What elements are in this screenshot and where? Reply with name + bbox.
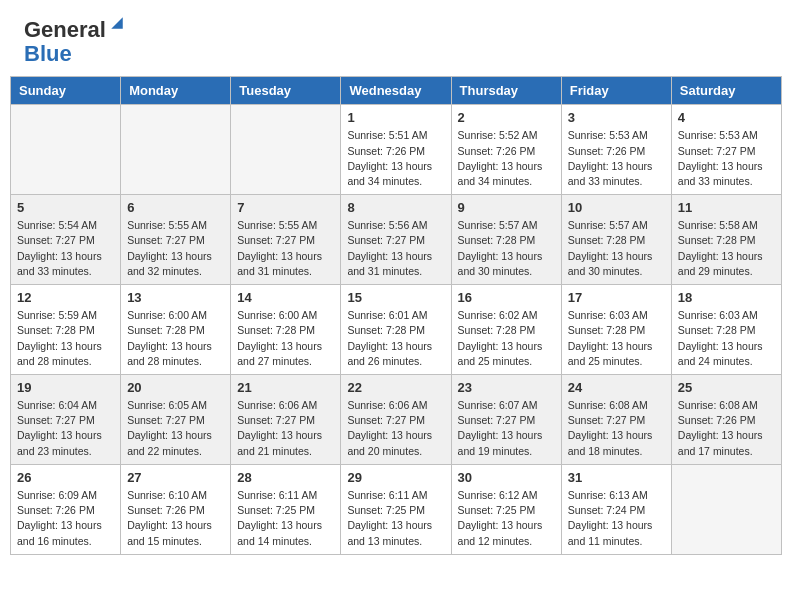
logo-general-text: General: [24, 17, 106, 42]
day-info: Sunrise: 6:03 AM Sunset: 7:28 PM Dayligh…: [678, 308, 775, 369]
calendar-cell: 6Sunrise: 5:55 AM Sunset: 7:27 PM Daylig…: [121, 195, 231, 285]
day-info: Sunrise: 6:13 AM Sunset: 7:24 PM Dayligh…: [568, 488, 665, 549]
day-header-wednesday: Wednesday: [341, 77, 451, 105]
calendar-cell: 31Sunrise: 6:13 AM Sunset: 7:24 PM Dayli…: [561, 464, 671, 554]
day-info: Sunrise: 6:00 AM Sunset: 7:28 PM Dayligh…: [237, 308, 334, 369]
calendar-cell: 30Sunrise: 6:12 AM Sunset: 7:25 PM Dayli…: [451, 464, 561, 554]
day-number: 12: [17, 290, 114, 305]
calendar-cell: 9Sunrise: 5:57 AM Sunset: 7:28 PM Daylig…: [451, 195, 561, 285]
day-info: Sunrise: 6:11 AM Sunset: 7:25 PM Dayligh…: [347, 488, 444, 549]
day-info: Sunrise: 6:00 AM Sunset: 7:28 PM Dayligh…: [127, 308, 224, 369]
day-number: 7: [237, 200, 334, 215]
calendar-cell: 12Sunrise: 5:59 AM Sunset: 7:28 PM Dayli…: [11, 285, 121, 375]
day-number: 17: [568, 290, 665, 305]
calendar-week-row: 19Sunrise: 6:04 AM Sunset: 7:27 PM Dayli…: [11, 375, 782, 465]
day-info: Sunrise: 6:08 AM Sunset: 7:26 PM Dayligh…: [678, 398, 775, 459]
day-header-monday: Monday: [121, 77, 231, 105]
day-number: 19: [17, 380, 114, 395]
day-number: 5: [17, 200, 114, 215]
header: GeneralBlue: [0, 0, 792, 76]
day-number: 16: [458, 290, 555, 305]
calendar-week-row: 26Sunrise: 6:09 AM Sunset: 7:26 PM Dayli…: [11, 464, 782, 554]
calendar-cell: 15Sunrise: 6:01 AM Sunset: 7:28 PM Dayli…: [341, 285, 451, 375]
calendar-cell: 2Sunrise: 5:52 AM Sunset: 7:26 PM Daylig…: [451, 105, 561, 195]
day-info: Sunrise: 5:52 AM Sunset: 7:26 PM Dayligh…: [458, 128, 555, 189]
day-number: 11: [678, 200, 775, 215]
day-info: Sunrise: 5:57 AM Sunset: 7:28 PM Dayligh…: [568, 218, 665, 279]
calendar-cell: 10Sunrise: 5:57 AM Sunset: 7:28 PM Dayli…: [561, 195, 671, 285]
day-header-sunday: Sunday: [11, 77, 121, 105]
day-number: 1: [347, 110, 444, 125]
day-number: 9: [458, 200, 555, 215]
day-info: Sunrise: 5:53 AM Sunset: 7:27 PM Dayligh…: [678, 128, 775, 189]
day-number: 4: [678, 110, 775, 125]
day-number: 29: [347, 470, 444, 485]
day-info: Sunrise: 5:56 AM Sunset: 7:27 PM Dayligh…: [347, 218, 444, 279]
day-info: Sunrise: 5:51 AM Sunset: 7:26 PM Dayligh…: [347, 128, 444, 189]
day-number: 8: [347, 200, 444, 215]
day-number: 18: [678, 290, 775, 305]
day-number: 31: [568, 470, 665, 485]
calendar: SundayMondayTuesdayWednesdayThursdayFrid…: [10, 76, 782, 554]
day-number: 22: [347, 380, 444, 395]
calendar-week-row: 12Sunrise: 5:59 AM Sunset: 7:28 PM Dayli…: [11, 285, 782, 375]
day-info: Sunrise: 6:01 AM Sunset: 7:28 PM Dayligh…: [347, 308, 444, 369]
calendar-cell: 27Sunrise: 6:10 AM Sunset: 7:26 PM Dayli…: [121, 464, 231, 554]
day-info: Sunrise: 6:06 AM Sunset: 7:27 PM Dayligh…: [347, 398, 444, 459]
day-number: 23: [458, 380, 555, 395]
calendar-cell: 1Sunrise: 5:51 AM Sunset: 7:26 PM Daylig…: [341, 105, 451, 195]
calendar-cell: 18Sunrise: 6:03 AM Sunset: 7:28 PM Dayli…: [671, 285, 781, 375]
day-info: Sunrise: 6:09 AM Sunset: 7:26 PM Dayligh…: [17, 488, 114, 549]
calendar-cell: [231, 105, 341, 195]
day-info: Sunrise: 6:08 AM Sunset: 7:27 PM Dayligh…: [568, 398, 665, 459]
calendar-cell: 23Sunrise: 6:07 AM Sunset: 7:27 PM Dayli…: [451, 375, 561, 465]
calendar-cell: 28Sunrise: 6:11 AM Sunset: 7:25 PM Dayli…: [231, 464, 341, 554]
day-number: 30: [458, 470, 555, 485]
calendar-cell: 7Sunrise: 5:55 AM Sunset: 7:27 PM Daylig…: [231, 195, 341, 285]
calendar-cell: 3Sunrise: 5:53 AM Sunset: 7:26 PM Daylig…: [561, 105, 671, 195]
calendar-cell: 11Sunrise: 5:58 AM Sunset: 7:28 PM Dayli…: [671, 195, 781, 285]
day-info: Sunrise: 6:03 AM Sunset: 7:28 PM Dayligh…: [568, 308, 665, 369]
day-number: 14: [237, 290, 334, 305]
day-info: Sunrise: 6:11 AM Sunset: 7:25 PM Dayligh…: [237, 488, 334, 549]
day-number: 26: [17, 470, 114, 485]
day-header-friday: Friday: [561, 77, 671, 105]
day-info: Sunrise: 6:05 AM Sunset: 7:27 PM Dayligh…: [127, 398, 224, 459]
day-number: 24: [568, 380, 665, 395]
day-number: 6: [127, 200, 224, 215]
day-info: Sunrise: 6:06 AM Sunset: 7:27 PM Dayligh…: [237, 398, 334, 459]
calendar-cell: 13Sunrise: 6:00 AM Sunset: 7:28 PM Dayli…: [121, 285, 231, 375]
svg-marker-0: [111, 17, 122, 28]
day-number: 21: [237, 380, 334, 395]
calendar-cell: 26Sunrise: 6:09 AM Sunset: 7:26 PM Dayli…: [11, 464, 121, 554]
day-header-thursday: Thursday: [451, 77, 561, 105]
logo-blue-text: Blue: [24, 41, 72, 66]
day-info: Sunrise: 5:55 AM Sunset: 7:27 PM Dayligh…: [127, 218, 224, 279]
day-number: 25: [678, 380, 775, 395]
calendar-cell: 25Sunrise: 6:08 AM Sunset: 7:26 PM Dayli…: [671, 375, 781, 465]
day-info: Sunrise: 5:58 AM Sunset: 7:28 PM Dayligh…: [678, 218, 775, 279]
calendar-header-row: SundayMondayTuesdayWednesdayThursdayFrid…: [11, 77, 782, 105]
day-number: 10: [568, 200, 665, 215]
calendar-cell: 8Sunrise: 5:56 AM Sunset: 7:27 PM Daylig…: [341, 195, 451, 285]
calendar-cell: [11, 105, 121, 195]
logo-icon: [108, 14, 126, 32]
calendar-cell: 4Sunrise: 5:53 AM Sunset: 7:27 PM Daylig…: [671, 105, 781, 195]
day-number: 15: [347, 290, 444, 305]
day-number: 13: [127, 290, 224, 305]
day-info: Sunrise: 5:55 AM Sunset: 7:27 PM Dayligh…: [237, 218, 334, 279]
calendar-week-row: 5Sunrise: 5:54 AM Sunset: 7:27 PM Daylig…: [11, 195, 782, 285]
logo: GeneralBlue: [24, 18, 126, 66]
calendar-cell: 24Sunrise: 6:08 AM Sunset: 7:27 PM Dayli…: [561, 375, 671, 465]
day-info: Sunrise: 6:12 AM Sunset: 7:25 PM Dayligh…: [458, 488, 555, 549]
day-header-saturday: Saturday: [671, 77, 781, 105]
day-number: 20: [127, 380, 224, 395]
day-header-tuesday: Tuesday: [231, 77, 341, 105]
day-info: Sunrise: 6:04 AM Sunset: 7:27 PM Dayligh…: [17, 398, 114, 459]
calendar-cell: [121, 105, 231, 195]
calendar-cell: [671, 464, 781, 554]
calendar-cell: 29Sunrise: 6:11 AM Sunset: 7:25 PM Dayli…: [341, 464, 451, 554]
calendar-cell: 17Sunrise: 6:03 AM Sunset: 7:28 PM Dayli…: [561, 285, 671, 375]
calendar-cell: 14Sunrise: 6:00 AM Sunset: 7:28 PM Dayli…: [231, 285, 341, 375]
day-info: Sunrise: 6:10 AM Sunset: 7:26 PM Dayligh…: [127, 488, 224, 549]
